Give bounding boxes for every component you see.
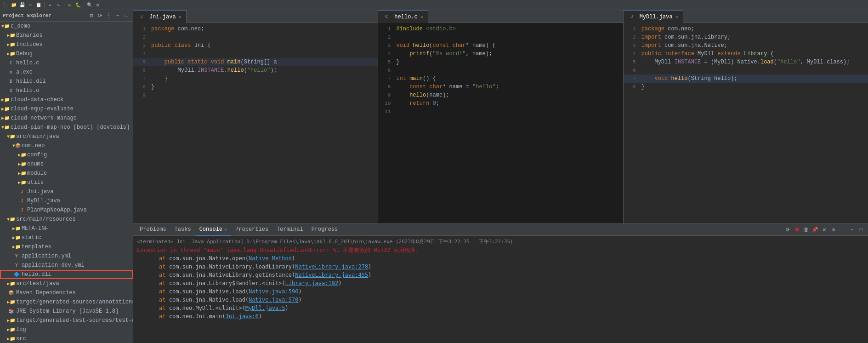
toolbar-icon-debug[interactable]: 🐛 (74, 1, 82, 9)
sidebar-item-utils[interactable]: ▶📁 utils (0, 178, 133, 187)
sidebar-item-cloud-plan[interactable]: ▼📁 cloud-plan-map-neo [boot] [devtools] (0, 123, 133, 132)
panel-tab-terminal[interactable]: Terminal (273, 224, 307, 236)
stack-link-4[interactable]: Library.java:192 (285, 280, 339, 286)
sidebar-item-debug[interactable]: ▶📁 Debug (0, 49, 133, 58)
panel-toolbar: ⟳ ⏹ 🗑 📌 ✕ ⚙ ⋮ − □ (783, 226, 865, 234)
sidebar-item-binaries[interactable]: ▶📁 Binaries (0, 31, 133, 40)
toolbar-icon-settings[interactable]: ⚙ (94, 1, 102, 9)
sidebar-item-hello-dll-res[interactable]: 🔷 hello.dll (0, 270, 133, 279)
folder-icon: ▶📁 (7, 32, 15, 39)
sidebar-item-mydll-java[interactable]: J MyDll.java (0, 196, 133, 206)
toolbar-icon-1[interactable]: ⬛ (2, 1, 9, 9)
panel-tab-properties[interactable]: Properties (232, 224, 272, 236)
sidebar-menu-icon[interactable]: ⋮ (105, 12, 113, 19)
panel-tab-problems[interactable]: Problems (136, 224, 170, 236)
panel-min-icon[interactable]: − (848, 226, 856, 234)
toolbar-icon-2[interactable]: 📁 (10, 1, 17, 9)
panel-pin-icon[interactable]: 📌 (811, 226, 819, 234)
hello-tab[interactable]: C hello.c ✕ (378, 10, 428, 23)
stack-link-8[interactable]: Jni.java:6 (226, 313, 259, 320)
sidebar-collapse-icon[interactable]: ⊟ (88, 12, 95, 19)
hello-code-area[interactable]: 1 #include <stdio.h> 2 3 void hello(cons… (378, 23, 623, 223)
sidebar-item-cloud-equp[interactable]: ▶📁 cloud-equp-evaluate (0, 104, 133, 114)
folder-icon-includes: ▶📁 (7, 41, 15, 48)
console-error-line: Exception in thread "main" java.lang.Uns… (137, 246, 864, 254)
panel-refresh-icon[interactable]: ⟳ (783, 226, 792, 234)
sidebar-item-static[interactable]: ▶📁 static (0, 233, 133, 242)
panel-tab-tasks[interactable]: Tasks (171, 224, 195, 236)
stack-link-6[interactable]: Native.java:570 (249, 297, 298, 303)
sidebar-item-jre[interactable]: 📚 JRE System Library [JavaSE-1.8] (0, 307, 133, 316)
sidebar-minimize-icon[interactable]: − (114, 12, 121, 19)
folder-icon-gen: ▶📁 (7, 298, 15, 306)
mydll-code-area[interactable]: 1 package com.neo; 2 import com.sun.jna.… (624, 23, 868, 223)
sidebar-item-config[interactable]: ▶📁 config (0, 150, 133, 160)
hello-tab-close[interactable]: ✕ (420, 14, 423, 20)
project-icon-plan: ▼📁 (2, 124, 9, 131)
toolbar-icon-4[interactable]: ✂ (27, 1, 34, 9)
sidebar-item-enums[interactable]: ▶📁 enums (0, 160, 133, 169)
stack-link-2[interactable]: NativeLibrary.java:278 (295, 263, 368, 270)
project-icon-network: ▶📁 (2, 114, 9, 122)
toolbar-icon-6[interactable]: ↩ (46, 1, 54, 9)
stack-link-3[interactable]: NativeLibrary.java:455 (295, 272, 368, 278)
sidebar-item-planmap-java[interactable]: J PlanMapNeoApp.java (0, 206, 133, 215)
bottom-panel: Problems Tasks Console ✕ Properties Term… (133, 223, 868, 343)
stack-link-5[interactable]: Native.java:596 (249, 288, 298, 295)
panel-menu-icon[interactable]: ⋮ (839, 226, 847, 234)
sidebar-item-hello-c[interactable]: C hello.c (0, 58, 133, 68)
panel-close-icon[interactable]: ✕ (820, 226, 828, 234)
sidebar-item-target-gen[interactable]: ▶📁 target/generated-sources/annotations (0, 297, 133, 307)
jni-tab-close[interactable]: ✕ (179, 14, 182, 20)
mydll-tab[interactable]: J MyDll.java ✕ (624, 10, 683, 23)
panel-max-icon[interactable]: □ (857, 226, 865, 234)
toolbar-icon-7[interactable]: ↪ (55, 1, 62, 9)
panel-tab-console[interactable]: Console ✕ (196, 224, 231, 236)
sidebar-item-src-test[interactable]: ▶📁 src/test/java (0, 279, 133, 288)
sidebar-item-src-main-java[interactable]: ▼📁 src/main/java (0, 132, 133, 141)
sidebar-item-src-resources[interactable]: ▼📁 src/main/resources (0, 215, 133, 224)
sidebar-item-c-demo[interactable]: ▼📁 c_demo (0, 22, 133, 31)
panel-clear-icon[interactable]: 🗑 (802, 226, 810, 234)
toolbar-icon-search[interactable]: 🔍 (86, 1, 93, 9)
sidebar-item-app-dev-yml[interactable]: Y application-dev.yml (0, 261, 133, 270)
sidebar-maximize-icon[interactable]: □ (123, 12, 130, 19)
sidebar-sync-icon[interactable]: ⟳ (96, 12, 104, 19)
toolbar-icon-5[interactable]: 📋 (35, 1, 42, 9)
sidebar-item-jni-java[interactable]: J Jni.java (0, 187, 133, 196)
console-header-line: <terminated> Jni [Java Application] D:\P… (137, 238, 864, 246)
jni-tab[interactable]: J Jni.java ✕ (133, 10, 187, 23)
toolbar-icon-run[interactable]: ▶ (66, 1, 74, 9)
toolbar-icon-3[interactable]: 💾 (18, 1, 26, 9)
stack-link-1[interactable]: Native Method (249, 255, 292, 262)
project-icon: ▶📁 (2, 96, 9, 103)
sidebar-item-app-yml[interactable]: Y application.yml (0, 252, 133, 261)
console-tab-close-icon[interactable]: ✕ (224, 227, 227, 232)
sidebar-item-meta-inf[interactable]: ▶📁 META-INF (0, 224, 133, 233)
folder-icon-debug: ▶📁 (7, 50, 15, 57)
sidebar-item-cloud-data-check[interactable]: ▶📁 cloud-data-check (0, 95, 133, 104)
mydll-tab-close[interactable]: ✕ (675, 14, 678, 20)
sidebar-item-module[interactable]: ▶📁 module (0, 169, 133, 178)
sidebar-item-a-exe[interactable]: ⚙ a.exe (0, 68, 133, 77)
sidebar-item-hello-o[interactable]: O hello.o (0, 86, 133, 95)
sidebar-item-templates[interactable]: ▶📁 templates (0, 242, 133, 252)
sidebar-item-hello-dll[interactable]: D hello.dll (0, 77, 133, 86)
editors-container: J Jni.java ✕ 1 package com.neo; 2 (133, 10, 868, 223)
sidebar-item-maven-deps[interactable]: 📦 Maven Dependencies (0, 288, 133, 297)
panel-settings-icon[interactable]: ⚙ (829, 226, 838, 234)
sidebar-item-src[interactable]: ▶📁 src (0, 334, 133, 343)
panel-stop-icon[interactable]: ⏹ (793, 226, 801, 234)
sidebar-item-cloud-network[interactable]: ▶📁 cloud-network-manage (0, 114, 133, 123)
jni-code-area[interactable]: 1 package com.neo; 2 3 public class Jni … (133, 23, 378, 223)
sidebar-item-includes[interactable]: ▶📁 Includes (0, 40, 133, 49)
yml-icon-dev: Y (13, 262, 20, 269)
sidebar-item-log[interactable]: ▶📁 log (0, 325, 133, 334)
panel-tab-progress[interactable]: Progress (308, 224, 342, 236)
sidebar-header: Project Explorer ⊟ ⟳ ⋮ − □ (0, 10, 133, 22)
sidebar: Project Explorer ⊟ ⟳ ⋮ − □ ▼📁 c_demo ▶📁 … (0, 10, 133, 343)
sidebar-item-com-neo[interactable]: ▼📦 com.neo (0, 141, 133, 150)
sidebar-item-target-test[interactable]: ▶📁 target/generated-test-sources/test-an… (0, 316, 133, 325)
console-output[interactable]: <terminated> Jni [Java Application] D:\P… (133, 236, 868, 343)
stack-link-7[interactable]: MyDll.java:5 (245, 305, 285, 311)
